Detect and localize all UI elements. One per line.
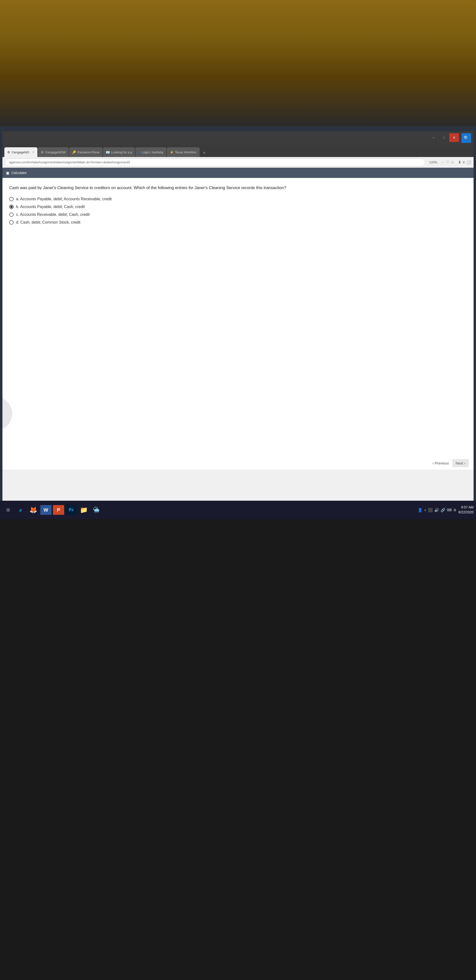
address-bar-row: agenow.com/ilrn/takeAssignment/takeAssig… [2, 157, 474, 168]
person-icon: 👤 [418, 508, 422, 512]
navigation-buttons: ‹ Previous Next › [429, 459, 469, 467]
taskview-button[interactable]: ⊞ [2, 504, 14, 515]
time-display: 9:57 AM [459, 505, 474, 510]
answer-label-a: a. Accounts Payable, debit; Accounts Rec… [16, 197, 112, 201]
internet-explorer-icon[interactable]: e [15, 504, 26, 515]
address-input[interactable]: agenow.com/ilrn/takeAssignment/takeAssig… [5, 159, 425, 166]
answer-label-b: b. Accounts Payable, debit; Cash, credit [16, 205, 85, 209]
answer-label-c: c. Accounts Receivable, debit; Cash, cre… [16, 212, 90, 217]
tab-texas-workforce[interactable]: ⚡ Texas Workforc [167, 147, 200, 157]
answer-label-d: d. Cash, debit; Common Stock, credit [16, 220, 80, 224]
next-label: Next [455, 461, 463, 465]
firefox-icon[interactable]: 🦊 [28, 504, 39, 515]
tab-password-reset[interactable]: 🔑 Password Rese [69, 147, 103, 157]
photoshop-icon[interactable]: Ps [65, 505, 77, 515]
next-button[interactable]: Next › [452, 459, 469, 467]
tab-icon: ⚙ [7, 150, 10, 154]
maximize-button[interactable]: □ [439, 133, 449, 142]
prev-chevron-icon: ‹ [433, 461, 434, 465]
favorites-icon[interactable]: ♡ [446, 160, 449, 165]
browser-topbar: ─ □ ✕ 🔍 [2, 131, 474, 145]
browser-window: ─ □ ✕ 🔍 ⚙ CengageNO ✕ ⚙ CengageNOW 🔑 Pas… [2, 131, 474, 501]
tab-label-6: Texas Workforc [175, 150, 197, 154]
answer-option-b[interactable]: b. Accounts Payable, debit; Cash, credit [9, 205, 467, 209]
address-icons: ··· ♡ ☆ [441, 160, 454, 165]
tab-label: CengageNO [12, 150, 29, 154]
next-chevron-icon: › [464, 461, 465, 465]
tab-icon-3: 🔑 [72, 150, 76, 154]
tab-icon-5: b [138, 150, 140, 154]
weather-icon[interactable]: 🌦 [91, 504, 102, 515]
tab-looking-for[interactable]: 📧 Looking for a p [103, 147, 135, 157]
tab-cengagenow[interactable]: ⚙ CengageNOW [38, 147, 69, 157]
tab-icon-2: ⚙ [41, 150, 44, 154]
tab-label-2: CengageNOW [45, 150, 66, 154]
search-icon[interactable]: 🔍 [462, 133, 471, 143]
download-icon[interactable]: ⬇ [458, 160, 461, 165]
tab-cengageno-active[interactable]: ⚙ CengageNO ✕ [4, 147, 37, 157]
tab-label-4: Looking for a p [111, 150, 132, 154]
minimize-button[interactable]: ─ [429, 133, 439, 142]
zoom-indicator: 120% [427, 161, 439, 164]
notification-icon[interactable]: 🖥 [453, 508, 457, 512]
window-controls: ─ □ ✕ [429, 133, 459, 142]
caret-up-icon[interactable]: ∧ [424, 508, 427, 512]
radio-b[interactable] [9, 205, 14, 209]
close-button[interactable]: ✕ [449, 133, 459, 142]
answer-option-a[interactable]: a. Accounts Payable, debit; Accounts Rec… [9, 197, 467, 201]
tab-label-3: Password Rese [78, 150, 100, 154]
previous-label: Previous [435, 461, 449, 465]
answer-option-d[interactable]: d. Cash, debit; Common Stock, credit [9, 220, 467, 224]
radio-a[interactable] [9, 197, 14, 201]
background-chair [0, 0, 476, 126]
calculator-label: Calculator [11, 171, 27, 175]
radio-c[interactable] [9, 212, 14, 217]
system-tray: 👤 ∧ ⬛ 🔊 🔗 ⌨ 🖥 9:57 AM 6/22/2020 [418, 505, 474, 515]
content-area: Cash was paid by Janer's Cleaning Servic… [2, 178, 474, 469]
tab-icon-4: 📧 [106, 150, 110, 154]
browser-action-icons: ⬇ ≡ ⬜ [458, 160, 471, 165]
url-text: agenow.com/ilrn/takeAssignment/takeAssig… [9, 161, 130, 164]
keyboard-area: 🔇 F4 🔉 F5 🔊 F6 ☀ F7 PrtScn F8 Home F9 En… [0, 519, 476, 980]
date-display: 6/22/2020 [459, 510, 474, 515]
tab-icon-6: ⚡ [170, 150, 174, 154]
left-circle-decoration [2, 397, 12, 431]
taskbar: ⊞ e 🦊 W P Ps 📁 🌦 👤 ∧ ⬛ 🔊 🔗 ⌨ 🖥 9:57 AM 6… [0, 501, 476, 519]
file-explorer-icon[interactable]: 📁 [78, 504, 89, 515]
tab-view-icon[interactable]: ⬜ [466, 160, 471, 165]
dots-menu-icon[interactable]: ··· [441, 160, 444, 165]
answer-option-c[interactable]: c. Accounts Receivable, debit; Cash, cre… [9, 212, 467, 217]
calculator-icon: ▣ [6, 170, 10, 175]
tabs-bar: ⚙ CengageNO ✕ ⚙ CengageNOW 🔑 Password Re… [2, 145, 474, 157]
tab-bartleby[interactable]: b Login | bartleby [135, 147, 167, 157]
clock: 9:57 AM 6/22/2020 [459, 505, 474, 515]
tab-label-5: Login | bartleby [142, 150, 163, 154]
powerpoint-icon[interactable]: P [53, 505, 64, 515]
new-tab-button[interactable]: + [200, 149, 208, 157]
network-icon: ⬛ [428, 508, 433, 512]
keyboard-icon: ⌨ [447, 508, 452, 512]
question-text: Cash was paid by Janer's Cleaning Servic… [9, 185, 467, 191]
word-icon[interactable]: W [40, 505, 51, 515]
previous-button[interactable]: ‹ Previous [429, 459, 452, 467]
radio-d[interactable] [9, 220, 14, 224]
security-icon: 🔗 [441, 508, 446, 512]
speaker-icon[interactable]: 🔊 [434, 508, 439, 512]
reading-mode-icon[interactable]: ≡ [463, 160, 465, 165]
tray-icons: 👤 ∧ ⬛ 🔊 🔗 ⌨ 🖥 [418, 508, 457, 512]
tab-close-icon[interactable]: ✕ [32, 150, 35, 154]
calculator-toolbar: ▣ Calculator [2, 168, 474, 178]
star-icon[interactable]: ☆ [451, 160, 454, 165]
